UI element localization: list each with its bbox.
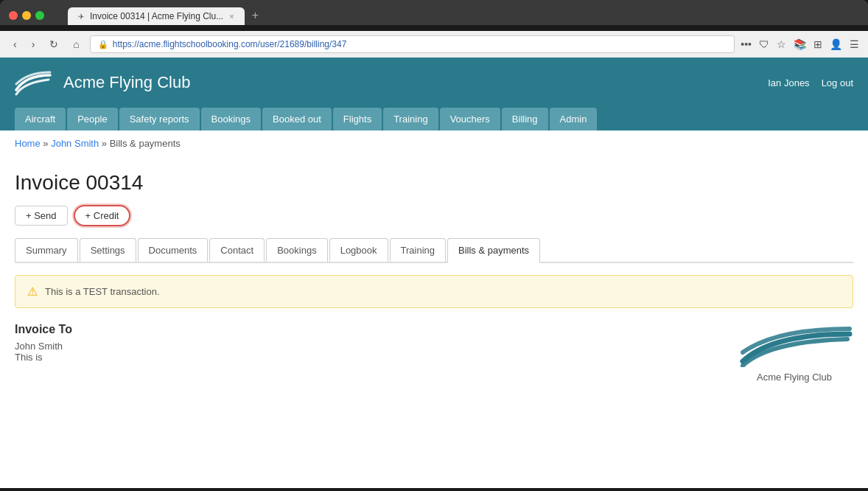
main-nav: Aircraft People Safety reports Bookings … [0, 108, 868, 130]
footer-logo: Acme Flying Club [735, 323, 853, 383]
sub-tabs: Summary Settings Documents Contact Booki… [15, 238, 853, 263]
nav-item-vouchers[interactable]: Vouchers [440, 108, 500, 130]
invoice-to: Invoice To John Smith This is [15, 323, 72, 363]
tab-favicon: ✈ [78, 13, 84, 21]
header-left: Acme Flying Club [15, 69, 190, 96]
alert-message: This is a TEST transaction. [45, 286, 160, 297]
nav-item-billing[interactable]: Billing [502, 108, 548, 130]
header-right: Ian Jones Log out [768, 77, 853, 88]
tab-settings[interactable]: Settings [80, 238, 136, 262]
reading-list-icon[interactable]: 📚 [794, 38, 806, 50]
address-bar[interactable]: 🔒 https://acme.flightschoolbooking.com/u… [90, 35, 735, 53]
tab-close-button[interactable]: × [229, 12, 234, 21]
header-username: Ian Jones [768, 77, 809, 88]
forward-button[interactable]: › [27, 37, 40, 52]
footer-logo-text: Acme Flying Club [757, 372, 832, 383]
traffic-lights [9, 11, 44, 20]
nav-item-people[interactable]: People [67, 108, 117, 130]
tab-logbook[interactable]: Logbook [329, 238, 388, 262]
browser-tabs: ✈ Invoice 00314 | Acme Flying Clu... × + [68, 6, 265, 25]
tab-summary[interactable]: Summary [15, 238, 78, 262]
app-title: Acme Flying Club [63, 73, 190, 92]
nav-item-aircraft[interactable]: Aircraft [15, 108, 66, 130]
main-content: Invoice 00314 + Send + Credit Summary Se… [0, 156, 868, 397]
credit-button[interactable]: + Credit [74, 205, 131, 226]
send-button[interactable]: + Send [15, 206, 68, 226]
tab-contact[interactable]: Contact [209, 238, 265, 262]
app-content: Acme Flying Club Ian Jones Log out Aircr… [0, 58, 868, 488]
warning-icon: ⚠ [27, 285, 38, 299]
app-header: Acme Flying Club Ian Jones Log out [0, 58, 868, 108]
active-tab[interactable]: ✈ Invoice 00314 | Acme Flying Clu... × [68, 7, 245, 25]
profile-icon[interactable]: 👤 [830, 38, 842, 50]
invoice-customer-name: John Smith [15, 341, 72, 352]
tab-title: Invoice 00314 | Acme Flying Clu... [90, 11, 223, 21]
breadcrumb-home[interactable]: Home [15, 138, 41, 149]
nav-item-booked-out[interactable]: Booked out [262, 108, 332, 130]
bookmark-icon[interactable]: ☆ [777, 38, 786, 50]
nav-item-training[interactable]: Training [383, 108, 438, 130]
breadcrumb-current: Bills & payments [110, 138, 181, 149]
invoice-section: Invoice To John Smith This is Acme Flyin… [15, 323, 853, 383]
invoice-customer-sub: This is [15, 352, 72, 363]
logout-button[interactable]: Log out [822, 77, 853, 88]
logo-icon [15, 69, 52, 96]
shield-icon: 🛡 [759, 38, 769, 50]
browser-chrome: ✈ Invoice 00314 | Acme Flying Clu... × + [0, 0, 868, 25]
footer-logo-icon [735, 323, 853, 367]
nav-item-bookings[interactable]: Bookings [201, 108, 261, 130]
tab-documents[interactable]: Documents [138, 238, 209, 262]
nav-item-safety-reports[interactable]: Safety reports [119, 108, 200, 130]
url-text: https://acme.flightschoolbooking.com/use… [113, 39, 727, 49]
maximize-window-button[interactable] [35, 11, 44, 20]
page-title: Invoice 00314 [15, 171, 853, 195]
breadcrumb-sep-1: » [43, 138, 51, 149]
sidebar-icon[interactable]: ⊞ [813, 38, 822, 50]
minimize-window-button[interactable] [22, 11, 31, 20]
new-tab-button[interactable]: + [246, 6, 265, 25]
breadcrumb: Home » John Smith » Bills & payments [0, 130, 868, 156]
reload-button[interactable]: ↻ [45, 37, 63, 52]
menu-icon[interactable]: ☰ [850, 38, 859, 50]
back-button[interactable]: ‹ [9, 37, 21, 52]
browser-actions: ••• 🛡 ☆ 📚 ⊞ 👤 ☰ [741, 38, 859, 50]
more-options-button[interactable]: ••• [741, 38, 752, 50]
address-bar-row: ‹ › ↻ ⌂ 🔒 https://acme.flightschoolbooki… [0, 31, 868, 58]
home-button[interactable]: ⌂ [69, 37, 83, 52]
close-window-button[interactable] [9, 11, 18, 20]
nav-item-flights[interactable]: Flights [333, 108, 382, 130]
breadcrumb-john-smith[interactable]: John Smith [51, 138, 99, 149]
tab-bills-payments[interactable]: Bills & payments [447, 238, 540, 263]
tab-training[interactable]: Training [390, 238, 446, 262]
invoice-to-label: Invoice To [15, 323, 72, 336]
breadcrumb-sep-2: » [102, 138, 110, 149]
nav-item-admin[interactable]: Admin [550, 108, 598, 130]
action-buttons: + Send + Credit [15, 205, 853, 226]
test-transaction-alert: ⚠ This is a TEST transaction. [15, 275, 853, 308]
tab-bookings[interactable]: Bookings [266, 238, 327, 262]
